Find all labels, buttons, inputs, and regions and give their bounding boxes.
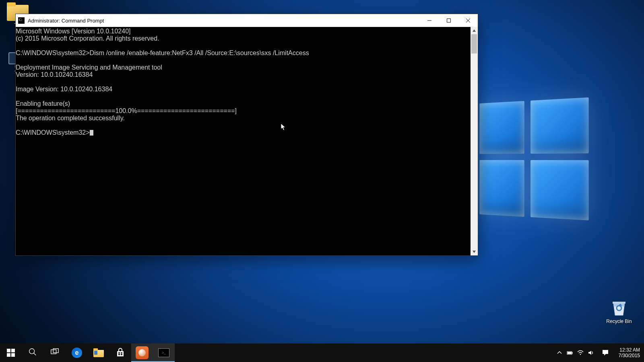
search-button[interactable] [22,343,43,362]
tray-battery-button[interactable] [565,343,575,362]
start-button[interactable] [0,343,22,362]
tray-wifi-button[interactable] [575,343,586,362]
terminal-line: Deployment Image Servicing and Managemen… [16,64,471,71]
svg-point-3 [29,349,35,354]
clock-date: 7/30/2015 [619,353,640,358]
terminal-line: The operation completed successfully. [16,115,471,122]
scroll-up-button[interactable] [471,27,478,34]
store-icon [116,348,125,358]
volume-icon [588,350,594,356]
terminal-line: (c) 2015 Microsoft Corporation. All righ… [16,35,471,42]
terminal-line: Microsoft Windows [Version 10.0.10240] [16,28,471,35]
terminal-line [16,93,471,100]
tray-volume-button[interactable] [586,343,596,362]
task-view-icon [50,348,59,358]
terminal-line: Version: 10.0.10240.16384 [16,71,471,78]
task-view-button[interactable] [43,343,65,362]
terminal-line: [==========================100.0%=======… [16,107,471,115]
svg-rect-11 [572,352,573,354]
scroll-thumb[interactable] [471,34,477,53]
svg-rect-2 [447,19,451,23]
svg-rect-4 [51,350,56,354]
scrollbar[interactable] [471,27,478,255]
taskbar-cmd-button[interactable] [153,343,175,362]
minimize-button[interactable] [420,14,439,27]
scroll-down-button[interactable] [471,248,478,255]
cmd-app-icon: C: [18,17,25,24]
terminal-line [16,122,471,129]
window-title: Administrator: Command Prompt [28,18,104,24]
wifi-icon [577,350,584,356]
clock-time: 12:32 AM [619,347,640,353]
terminal-line: C:\WINDOWS\system32> [16,129,471,136]
desktop[interactable]: Tre Thi Recycle Bin C: Administrator: Co… [0,0,644,362]
terminal-line [16,78,471,86]
terminal-output[interactable]: Microsoft Windows [Version 10.0.10240](c… [16,27,471,255]
svg-rect-5 [53,349,58,353]
chevron-up-icon [556,350,563,356]
scroll-track[interactable] [471,34,478,248]
close-button[interactable] [458,14,478,27]
terminal-line [16,42,471,49]
desktop-recycle-bin-icon[interactable]: Recycle Bin [604,298,634,324]
taskbar-clock[interactable]: 12:32 AM 7/30/2015 [615,347,644,358]
terminal-cursor [90,130,93,136]
search-icon [28,348,37,358]
terminal-line: C:\WINDOWS\system32>Dism /online /enable… [16,49,471,57]
svg-rect-9 [121,354,122,355]
svg-rect-8 [118,354,120,355]
battery-icon [567,350,573,356]
taskbar-explorer-button[interactable] [88,343,109,362]
svg-rect-12 [568,352,572,354]
edge-icon: e [72,348,82,358]
action-center-button[interactable] [596,349,615,356]
svg-point-13 [580,354,581,355]
titlebar[interactable]: C: Administrator: Command Prompt [16,14,478,27]
maximize-button[interactable] [439,14,458,27]
terminal-line: Enabling feature(s) [16,100,471,107]
file-explorer-icon [93,348,104,357]
tray-overflow-button[interactable] [554,343,565,362]
taskbar-store-button[interactable] [109,343,131,362]
app-icon [136,346,149,359]
cmd-icon [158,348,169,357]
taskbar-app-button[interactable] [131,343,153,362]
svg-rect-7 [121,352,122,354]
notification-icon [602,349,609,356]
svg-rect-6 [118,352,120,354]
terminal-line [16,57,471,64]
command-prompt-window: C: Administrator: Command Prompt Microso… [15,14,478,256]
taskbar-edge-button[interactable]: e [66,343,88,362]
windows-wallpaper-logo [479,97,588,220]
desktop-icon-label: Recycle Bin [604,319,634,324]
taskbar: e [0,343,644,362]
windows-logo-icon [7,349,15,357]
terminal-line: Image Version: 10.0.10240.16384 [16,86,471,93]
svg-rect-1 [613,302,625,304]
